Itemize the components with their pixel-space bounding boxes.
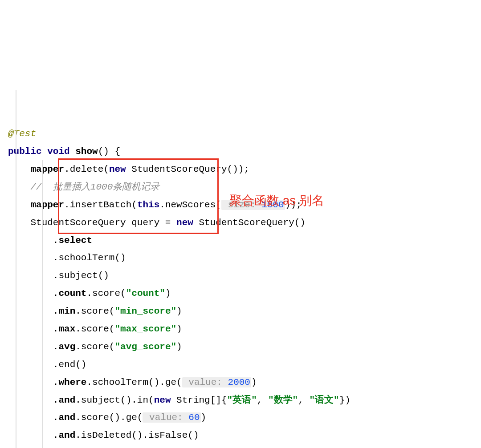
ident-mapper: mapper xyxy=(30,200,64,210)
text: .score().ge( xyxy=(75,412,143,423)
text: . xyxy=(53,324,59,334)
text: .delete( xyxy=(64,164,109,174)
text: ) xyxy=(176,342,182,352)
ident-min: min xyxy=(58,306,75,316)
text: .insertBatch( xyxy=(64,200,137,210)
text: .score( xyxy=(75,306,114,316)
text: StudentScoreQuery query = xyxy=(30,218,176,228)
ident-select: select xyxy=(58,235,92,246)
string: "avg_score" xyxy=(114,342,176,352)
text: . xyxy=(53,342,59,352)
keyword-new: new xyxy=(109,164,126,174)
string: "数学" xyxy=(268,395,298,405)
ident-and: and xyxy=(58,430,75,440)
text: .score( xyxy=(75,342,114,352)
string: "count" xyxy=(126,288,165,299)
annotation-label: 聚合函数 as 别名 xyxy=(229,189,324,212)
text: . xyxy=(53,288,59,299)
ident-count: count xyxy=(58,288,86,299)
code-block: @Test public void show() { mapper.delete… xyxy=(0,71,481,448)
param-hint: value: xyxy=(183,377,228,387)
string: "英语" xyxy=(227,395,257,405)
param-hint: value: xyxy=(143,412,188,423)
text: ) xyxy=(176,324,182,334)
text: .schoolTerm() xyxy=(53,253,126,263)
text: .end() xyxy=(53,359,87,370)
text: . xyxy=(53,412,59,423)
keyword-new: new xyxy=(154,395,171,405)
text: . xyxy=(53,395,59,405)
keyword-new: new xyxy=(176,218,193,228)
text: .subject() xyxy=(53,270,109,281)
text: . xyxy=(53,235,59,246)
text: .isDeleted().isFalse() xyxy=(75,430,199,440)
string: "min_score" xyxy=(114,306,176,316)
text: ) xyxy=(251,377,257,387)
method-name: show xyxy=(75,146,98,157)
comment: // 批量插入1000条随机记录 xyxy=(30,182,159,192)
text: .score( xyxy=(86,288,126,299)
text: .subject().in( xyxy=(75,395,154,405)
text: StudentScoreQuery()); xyxy=(126,164,249,174)
string: "语文" xyxy=(309,395,339,405)
text: ) xyxy=(165,288,171,299)
annotation-test: @Test xyxy=(8,129,36,139)
keyword-public: public xyxy=(8,146,42,157)
text: StudentScoreQuery() xyxy=(193,218,306,228)
text: .schoolTerm().ge( xyxy=(86,377,182,387)
keyword-void: void xyxy=(47,146,69,157)
ident-and: and xyxy=(58,412,75,423)
text: String[]{ xyxy=(171,395,227,405)
text: .score( xyxy=(75,324,114,334)
text: () { xyxy=(98,146,120,157)
ident-mapper: mapper xyxy=(30,164,64,174)
ident-max: max xyxy=(58,324,75,334)
text: . xyxy=(53,430,59,440)
text: }) xyxy=(339,395,351,405)
ident-and: and xyxy=(58,395,75,405)
number: 60 xyxy=(188,412,200,423)
text: .newScores( xyxy=(159,200,221,210)
text: ) xyxy=(176,306,182,316)
number: 2000 xyxy=(228,377,250,387)
ident-avg: avg xyxy=(58,342,75,352)
text: . xyxy=(53,377,59,387)
ident-where: where xyxy=(58,377,86,387)
keyword-this: this xyxy=(137,200,159,210)
string: "max_score" xyxy=(114,324,176,334)
text: . xyxy=(53,306,59,316)
text: ) xyxy=(201,412,207,423)
